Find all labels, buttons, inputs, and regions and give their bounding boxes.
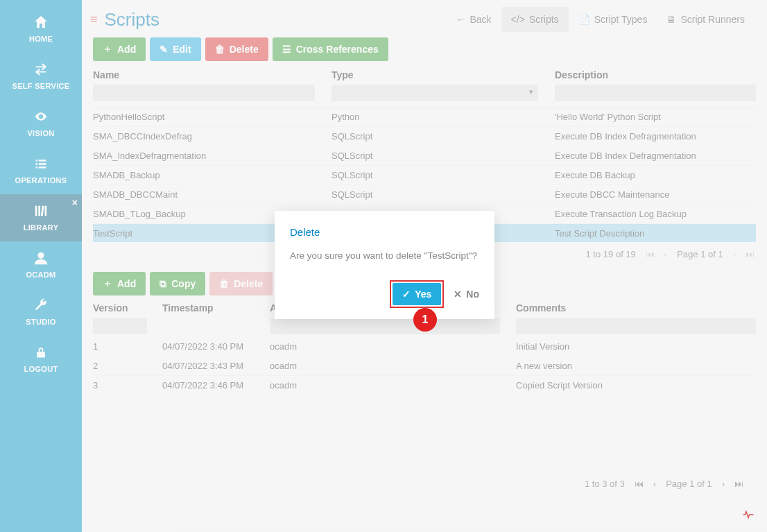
back-arrow-icon: ← [456,14,465,25]
document-icon: 📄 [578,14,590,25]
pager-page: Page 1 of 1 [677,249,723,259]
copy-icon: ⧉ [160,278,166,290]
cell-comments: Copied Script Version [516,380,756,391]
modal-title: Delete [290,226,479,238]
sidebar-item-self-service[interactable]: SELF SERVICE [0,53,82,100]
cross-references-button[interactable]: ☰Cross References [273,37,388,61]
books-icon [32,201,50,221]
filter-description-input[interactable] [555,85,756,101]
button-label: Delete [234,278,263,289]
lock-icon [34,343,48,362]
edit-button[interactable]: ✎Edit [150,37,200,61]
pager-page: Page 1 of 1 [666,479,712,489]
sidebar-item-label: HOME [29,35,53,43]
action-bar: ＋Add ✎Edit 🗑Delete ☰Cross References [82,32,767,69]
trash-icon: 🗑 [215,44,225,55]
col-header-name[interactable]: Name [93,69,315,80]
sidebar-item-vision[interactable]: VISION [0,100,82,147]
sidebar-item-home[interactable]: HOME [0,6,82,53]
close-icon[interactable]: × [72,197,78,208]
versions-body: 104/07/2022 3:40 PMocadmInitial Version2… [93,337,756,395]
cell-type: SQLScript [331,170,538,180]
monitor-icon: 🖥 [666,14,676,25]
button-label: Edit [173,44,191,55]
col-header-comments[interactable]: Comments [516,302,756,314]
trash-icon: 🗑 [219,278,229,289]
cell-description: 'Hello World' Python Script [555,112,756,122]
nav-tab-script-runners[interactable]: 🖥 Script Runners [657,7,755,32]
filter-version-input[interactable] [93,318,147,334]
button-label: Copy [171,278,196,289]
svg-rect-9 [41,206,44,216]
pager-first-icon[interactable]: ⏮ [635,479,644,489]
delete-confirm-modal: Delete Are you sure you want to delete "… [275,211,494,319]
table-row[interactable]: SMADB_BackupSQLScriptExecute DB Backup [93,166,756,185]
cell-comments: A new version [516,361,756,371]
cell-author: ocadm [270,380,516,391]
cell-version: 1 [93,341,162,352]
table-row[interactable]: SMADB_DBCCMaintSQLScriptExecute DBCC Mai… [93,185,756,205]
cell-version: 2 [93,361,162,371]
hamburger-icon[interactable]: ≡ [90,12,98,27]
pager-first-icon[interactable]: ⏮ [646,249,655,259]
cell-name: SMA_DBCCIndexDefrag [93,131,315,141]
eye-icon [31,107,51,126]
table-row[interactable]: PythonHelloScriptPython'Hello World' Pyt… [93,108,756,127]
pager-last-icon[interactable]: ⏭ [734,479,743,489]
pager-next-icon[interactable]: › [733,249,736,259]
no-button[interactable]: ✕No [454,289,479,300]
close-icon: ✕ [454,289,462,300]
svg-rect-5 [36,166,38,169]
svg-rect-7 [35,206,37,216]
pager-prev-icon[interactable]: ‹ [653,479,656,489]
svg-rect-3 [36,163,38,165]
col-header-version[interactable]: Version [93,302,162,314]
copy-version-button[interactable]: ⧉Copy [150,272,205,295]
filter-row [93,85,756,104]
sidebar-item-studio[interactable]: STUDIO [0,289,82,336]
sidebar-item-library[interactable]: × LIBRARY [0,194,82,241]
nav-tab-scripts[interactable]: </> Scripts [501,7,569,32]
svg-rect-2 [39,160,46,162]
wrench-icon [33,295,49,315]
svg-rect-10 [45,206,47,216]
col-header-timestamp[interactable]: Timestamp [162,302,270,314]
table-row[interactable]: SMA_IndexDefragmentationSQLScriptExecute… [93,146,756,166]
col-header-type[interactable]: Type [331,69,538,80]
sidebar-item-ocadm[interactable]: OCADM [0,241,82,289]
cell-name: SMADB_Backup [93,170,315,180]
table-row[interactable]: 204/07/2022 3:43 PMocadmA new version [93,357,756,376]
button-label: Delete [230,44,259,55]
add-button[interactable]: ＋Add [93,37,146,61]
sidebar-item-operations[interactable]: OPERATIONS [0,147,82,194]
yes-button[interactable]: ✓Yes [393,283,441,305]
nav-tabs: ← Back </> Scripts 📄 Script Types 🖥 Scri… [446,7,755,32]
sidebar-item-label: OPERATIONS [15,176,67,185]
filter-type-select[interactable] [331,85,538,101]
col-header-description[interactable]: Description [555,69,756,80]
table-row[interactable]: 304/07/2022 3:46 PMocadmCopied Script Ve… [93,376,756,395]
cell-description: Test Script Description [555,228,756,239]
delete-button[interactable]: 🗑Delete [205,37,268,61]
pager-next-icon[interactable]: › [722,479,725,489]
cell-description: Execute DB Index Defragmentation [555,131,756,141]
cell-comments: Initial Version [516,341,756,352]
nav-tab-back[interactable]: ← Back [446,7,501,32]
filter-author-input[interactable] [270,318,500,334]
nav-tab-label: Back [469,14,491,25]
add-version-button[interactable]: ＋Add [93,272,146,295]
pager-last-icon[interactable]: ⏭ [746,249,755,259]
filter-comments-input[interactable] [516,318,756,334]
nav-tab-script-types[interactable]: 📄 Script Types [569,7,657,32]
pager-prev-icon[interactable]: ‹ [664,249,667,259]
filter-name-input[interactable] [93,85,315,101]
pager-range: 1 to 19 of 19 [586,249,636,259]
cell-description: Execute DB Index Defragmentation [555,151,756,161]
cell-author: ocadm [270,361,516,371]
cell-type: SQLScript [331,189,538,200]
button-label: Add [117,278,136,289]
table-row[interactable]: SMA_DBCCIndexDefragSQLScriptExecute DB I… [93,127,756,146]
table-row[interactable]: 104/07/2022 3:40 PMocadmInitial Version [93,337,756,357]
delete-version-button[interactable]: 🗑Delete [209,272,273,295]
sidebar-item-logout[interactable]: LOGOUT [0,336,82,383]
